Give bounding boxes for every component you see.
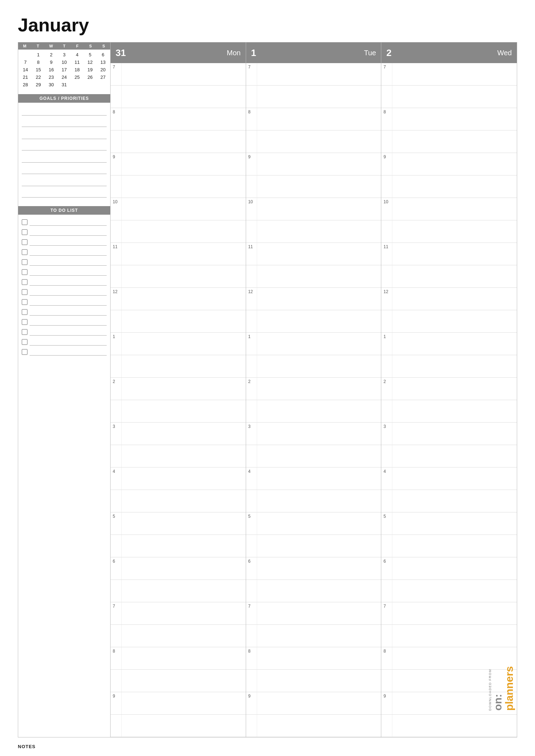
time-row[interactable]: 5 (246, 512, 381, 535)
time-row[interactable]: 2 (381, 378, 517, 400)
time-row[interactable]: 2 (111, 378, 246, 400)
notes-line-1[interactable] (18, 751, 517, 756)
todo-checkbox[interactable] (22, 339, 27, 345)
goal-line[interactable] (22, 141, 107, 150)
todo-checkbox[interactable] (22, 349, 27, 355)
time-row[interactable]: 9 (246, 692, 381, 715)
time-row[interactable]: 2 (246, 378, 381, 400)
time-row[interactable]: 4 (246, 468, 381, 490)
todo-checkbox[interactable] (22, 299, 27, 305)
time-row[interactable]: 11 (381, 243, 517, 265)
time-row[interactable] (111, 400, 246, 423)
time-row[interactable] (111, 175, 246, 198)
time-row[interactable]: 4 (111, 468, 246, 490)
time-row[interactable] (111, 265, 246, 288)
time-row[interactable] (381, 715, 517, 737)
todo-checkbox[interactable] (22, 309, 27, 315)
time-row[interactable]: 8 (246, 108, 381, 131)
time-row[interactable] (381, 580, 517, 602)
time-row[interactable] (381, 265, 517, 288)
time-row[interactable] (381, 175, 517, 198)
todo-item[interactable] (22, 247, 107, 257)
time-row[interactable] (246, 265, 381, 288)
time-row[interactable]: 9 DOWNLOADED FROM on: planners (381, 692, 517, 715)
time-row[interactable]: 3 (246, 423, 381, 445)
time-row[interactable] (246, 580, 381, 602)
time-row[interactable]: 8 (111, 647, 246, 670)
time-row[interactable] (381, 131, 517, 153)
time-row[interactable] (246, 625, 381, 647)
todo-checkbox[interactable] (22, 229, 27, 235)
time-row[interactable] (381, 220, 517, 243)
time-row[interactable] (111, 715, 246, 737)
time-row[interactable] (111, 86, 246, 108)
time-row[interactable]: 6 (381, 557, 517, 580)
time-row[interactable]: 5 (381, 512, 517, 535)
time-row[interactable] (111, 131, 246, 153)
time-row[interactable] (111, 310, 246, 333)
time-row[interactable]: 8 (111, 108, 246, 131)
time-row[interactable]: 6 (246, 557, 381, 580)
time-row[interactable]: 11 (246, 243, 381, 265)
time-row[interactable] (111, 445, 246, 468)
time-row[interactable] (111, 535, 246, 557)
time-row[interactable]: 12 (381, 288, 517, 310)
time-row[interactable]: 7 (381, 63, 517, 86)
time-row[interactable]: 9 (381, 153, 517, 175)
time-row[interactable]: 1 (246, 333, 381, 355)
todo-item[interactable] (22, 337, 107, 347)
time-row[interactable]: 10 (111, 198, 246, 220)
time-row[interactable]: 7 (381, 602, 517, 625)
time-row[interactable] (246, 400, 381, 423)
time-row[interactable] (381, 86, 517, 108)
time-row[interactable]: 8 (246, 647, 381, 670)
time-row[interactable] (381, 535, 517, 557)
time-row[interactable]: 7 (246, 602, 381, 625)
todo-item[interactable] (22, 297, 107, 307)
time-row[interactable] (246, 445, 381, 468)
time-row[interactable] (246, 220, 381, 243)
time-row[interactable]: 10 (246, 198, 381, 220)
goal-line[interactable] (22, 176, 107, 186)
time-row[interactable]: 12 (246, 288, 381, 310)
todo-item[interactable] (22, 277, 107, 287)
todo-checkbox[interactable] (22, 259, 27, 265)
time-row[interactable] (111, 490, 246, 512)
time-row[interactable] (111, 670, 246, 692)
todo-item[interactable] (22, 257, 107, 267)
time-row[interactable]: 3 (381, 423, 517, 445)
time-row[interactable]: 7 (111, 63, 246, 86)
time-row[interactable] (246, 670, 381, 692)
time-row[interactable]: 7 (246, 63, 381, 86)
goal-line[interactable] (22, 117, 107, 127)
time-row[interactable] (111, 580, 246, 602)
todo-checkbox[interactable] (22, 279, 27, 285)
goal-line[interactable] (22, 153, 107, 163)
goal-line[interactable] (22, 164, 107, 174)
time-row[interactable] (246, 175, 381, 198)
time-row[interactable]: 7 (111, 602, 246, 625)
time-row[interactable] (381, 490, 517, 512)
time-row[interactable] (246, 131, 381, 153)
todo-checkbox[interactable] (22, 219, 27, 225)
time-row[interactable] (381, 625, 517, 647)
time-row[interactable]: 10 (381, 198, 517, 220)
time-row[interactable]: 1 (381, 333, 517, 355)
time-row[interactable] (381, 355, 517, 378)
todo-item[interactable] (22, 237, 107, 247)
goal-line[interactable] (22, 129, 107, 139)
time-row[interactable] (111, 355, 246, 378)
todo-item[interactable] (22, 287, 107, 297)
time-row[interactable]: 9 (111, 153, 246, 175)
time-row[interactable] (381, 310, 517, 333)
todo-checkbox[interactable] (22, 239, 27, 245)
time-row[interactable] (111, 220, 246, 243)
time-row[interactable] (246, 490, 381, 512)
todo-item[interactable] (22, 307, 107, 317)
todo-item[interactable] (22, 327, 107, 337)
time-row[interactable]: 9 (246, 153, 381, 175)
time-row[interactable] (246, 310, 381, 333)
todo-item[interactable] (22, 218, 107, 227)
time-row[interactable] (381, 445, 517, 468)
time-row[interactable]: 8 (381, 108, 517, 131)
